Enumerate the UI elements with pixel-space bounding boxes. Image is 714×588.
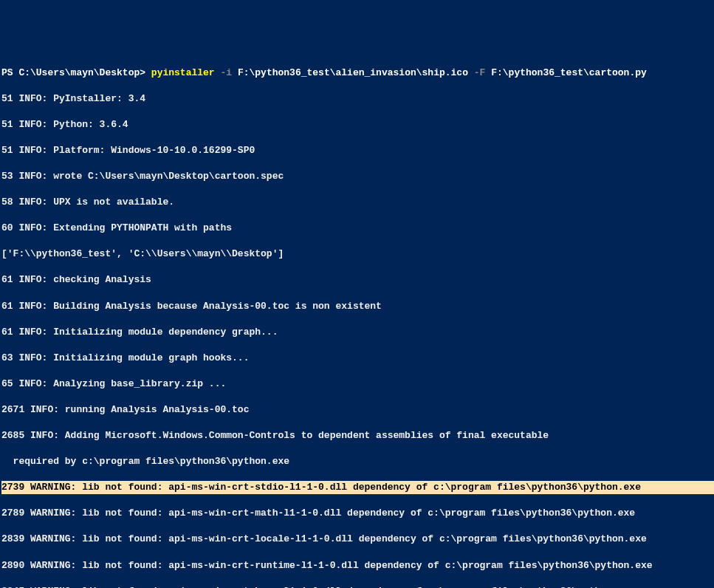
highlighted-warning: 2739 WARNING: lib not found: api-ms-win-… bbox=[1, 481, 714, 494]
warning-line: 2890 WARNING: lib not found: api-ms-win-… bbox=[1, 559, 714, 572]
output-line: ['F:\\python36_test', 'C:\\Users\\mayn\\… bbox=[1, 247, 714, 261]
flag-f: -F bbox=[468, 67, 491, 78]
output-line: 58 INFO: UPX is not available. bbox=[1, 196, 714, 209]
output-line: 65 INFO: Analyzing base_library.zip ... bbox=[1, 377, 714, 391]
warning-line: 2789 WARNING: lib not found: api-ms-win-… bbox=[1, 507, 714, 520]
terminal-window[interactable]: PS C:\Users\mayn\Desktop> pyinstaller -i… bbox=[0, 52, 714, 588]
output-line: 51 INFO: PyInstaller: 3.4 bbox=[1, 92, 714, 106]
output-line: 61 INFO: Initializing module dependency … bbox=[1, 326, 714, 339]
flag-i: -i bbox=[215, 67, 238, 78]
output-line: 51 INFO: Platform: Windows-10-10.0.16299… bbox=[1, 144, 714, 157]
warning-line: 2945 WARNING: lib not found: api-ms-win-… bbox=[1, 585, 714, 588]
arg-icon: F:\python36_test\alien_invasion\ship.ico bbox=[238, 67, 468, 78]
arg-script: F:\python36_test\cartoon.py bbox=[491, 67, 647, 78]
command: pyinstaller bbox=[151, 67, 215, 78]
output-line: required by c:\program files\python36\py… bbox=[1, 455, 714, 468]
output-line: 61 INFO: checking Analysis bbox=[1, 273, 714, 287]
ps-prompt: PS C:\Users\mayn\Desktop> bbox=[1, 67, 151, 78]
output-line: 51 INFO: Python: 3.6.4 bbox=[1, 118, 714, 131]
output-line: 63 INFO: Initializing module graph hooks… bbox=[1, 352, 714, 365]
warning-line: 2839 WARNING: lib not found: api-ms-win-… bbox=[1, 533, 714, 546]
output-line: 2671 INFO: running Analysis Analysis-00.… bbox=[1, 403, 714, 417]
output-line: 61 INFO: Building Analysis because Analy… bbox=[1, 300, 714, 313]
output-line: 2685 INFO: Adding Microsoft.Windows.Comm… bbox=[1, 429, 714, 442]
prompt-line: PS C:\Users\mayn\Desktop> pyinstaller -i… bbox=[1, 66, 714, 80]
output-line: 53 INFO: wrote C:\Users\mayn\Desktop\car… bbox=[1, 170, 714, 183]
output-line: 60 INFO: Extending PYTHONPATH with paths bbox=[1, 222, 714, 235]
